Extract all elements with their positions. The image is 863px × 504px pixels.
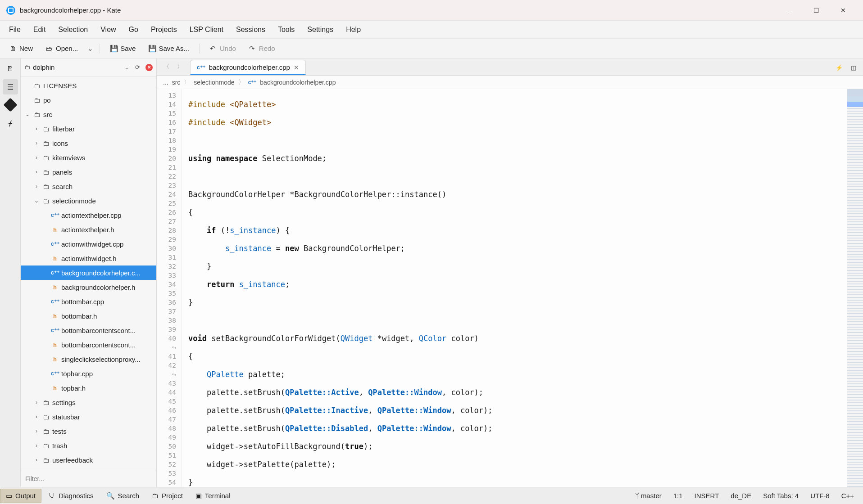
line-number-gutter[interactable]: 1314151617181920212223242526272829303132… (157, 89, 182, 487)
menu-settings[interactable]: Settings (302, 23, 339, 36)
tree-file[interactable]: c⁺⁺bottombarcontentscont... (21, 323, 156, 338)
indent-mode[interactable]: Soft Tabs: 4 (760, 490, 801, 501)
tree-file[interactable]: hactiontexthelper.h (21, 222, 156, 237)
twisty-icon[interactable]: › (33, 126, 40, 132)
tree-folder[interactable]: ›🗀filterbar (21, 122, 156, 136)
tree-file[interactable]: c⁺⁺backgroundcolorhelper.c... (21, 266, 156, 280)
tree-item-label: search (52, 183, 73, 190)
open-button[interactable]: 🗁 Open... (41, 42, 82, 54)
tree-folder[interactable]: 🗀LICENSES (21, 78, 156, 93)
open-recent-dropdown[interactable]: ⌄ (86, 45, 94, 53)
menu-view[interactable]: View (95, 23, 121, 36)
tree-folder[interactable]: ›🗀userfeedback (21, 453, 156, 467)
menu-projects[interactable]: Projects (145, 23, 182, 36)
terminal-panel-button[interactable]: ▣ Terminal (190, 489, 236, 503)
undo-button[interactable]: ↶ Undo (205, 42, 241, 55)
menu-tools[interactable]: Tools (273, 23, 300, 36)
tree-folder[interactable]: ›🗀tests (21, 424, 156, 438)
project-panel-button[interactable]: 🗀 Project (146, 489, 188, 502)
menu-selection[interactable]: Selection (53, 23, 93, 36)
menu-go[interactable]: Go (123, 23, 144, 36)
tree-file[interactable]: c⁺⁺actiontexthelper.cpp (21, 208, 156, 222)
close-button[interactable]: ✕ (830, 0, 857, 21)
minimap[interactable] (847, 89, 863, 487)
rail-documents[interactable]: 🗎 (3, 61, 18, 76)
minimize-button[interactable]: — (776, 0, 803, 21)
tree-folder[interactable]: 🗀po (21, 93, 156, 107)
save-button[interactable]: 💾 Save (105, 42, 140, 55)
nav-forward-button[interactable]: 〉 (173, 60, 186, 73)
git-branch[interactable]: ᛘ master (632, 490, 664, 501)
twisty-icon[interactable]: ⌄ (24, 111, 31, 117)
search-panel-button[interactable]: 🔍 Search (101, 489, 145, 503)
menu-edit[interactable]: Edit (28, 23, 51, 36)
new-button[interactable]: 🗎 New (5, 42, 37, 54)
twisty-icon[interactable]: › (33, 399, 40, 405)
diagnostics-panel-button[interactable]: ⛉ Diagnostics (43, 489, 99, 502)
tab-active[interactable]: c⁺⁺ backgroundcolorhelper.cpp ✕ (190, 60, 306, 75)
tree-folder[interactable]: ›🗀settings (21, 395, 156, 410)
breadcrumb-item[interactable]: selectionmode (194, 79, 234, 86)
tree-folder[interactable]: ›🗀icons (21, 136, 156, 150)
twisty-icon[interactable]: › (33, 169, 40, 175)
cursor-position[interactable]: 1:1 (671, 490, 686, 501)
split-view-icon[interactable]: ◫ (849, 63, 858, 72)
menu-lsp-client[interactable]: LSP Client (184, 23, 229, 36)
folder-icon: 🗀 (33, 82, 41, 90)
tree-file[interactable]: hsingleclickselectionproxy... (21, 352, 156, 366)
filter-input[interactable] (21, 475, 156, 482)
tree-folder[interactable]: ›🗀panels (21, 165, 156, 179)
tree-folder[interactable]: ⌄🗀selectionmode (21, 194, 156, 208)
save-as-button[interactable]: 💾 Save As... (144, 42, 194, 55)
twisty-icon[interactable]: › (33, 442, 40, 449)
tree-item-label: actionwithwidget.cpp (61, 240, 123, 248)
cpp-file-icon: c⁺⁺ (51, 212, 59, 218)
project-tree[interactable]: 🗀LICENSES🗀po⌄🗀src›🗀filterbar›🗀icons›🗀kit… (21, 76, 156, 470)
menu-sessions[interactable]: Sessions (231, 23, 271, 36)
edit-mode[interactable]: INSERT (692, 490, 722, 501)
maximize-button[interactable]: ☐ (803, 0, 830, 21)
menu-help[interactable]: Help (341, 23, 366, 36)
breadcrumb-item[interactable]: src (172, 79, 181, 86)
breadcrumb-item[interactable]: backgroundcolorhelper.cpp (260, 79, 336, 86)
nav-back-button[interactable]: 〈 (159, 60, 173, 73)
chevron-down-icon[interactable]: ⌄ (124, 64, 129, 71)
code-editor[interactable]: #include <QPalette> #include <QWidget> u… (182, 89, 847, 487)
twisty-icon[interactable]: › (33, 414, 40, 420)
tree-file[interactable]: hbottombar.h (21, 309, 156, 323)
tree-file[interactable]: c⁺⁺actionwithwidget.cpp (21, 237, 156, 251)
tree-folder[interactable]: ⌄🗀src (21, 107, 156, 122)
breadcrumb-item[interactable]: ... (163, 79, 168, 86)
project-name[interactable]: dolphin (33, 63, 122, 71)
menu-file[interactable]: File (4, 23, 26, 36)
twisty-icon[interactable]: › (33, 183, 40, 189)
twisty-icon[interactable]: ⌄ (33, 198, 40, 204)
language-mode[interactable]: C++ (839, 490, 857, 501)
close-project-button[interactable]: ✕ (145, 64, 153, 71)
quick-action-icon[interactable]: ⚡ (834, 63, 844, 72)
tree-folder[interactable]: ›🗀statusbar (21, 410, 156, 424)
tree-file[interactable]: hbottombarcontentscont... (21, 338, 156, 352)
refresh-button[interactable]: ⟳ (132, 62, 143, 73)
tree-file[interactable]: c⁺⁺bottombar.cpp (21, 294, 156, 309)
tree-file[interactable]: c⁺⁺topbar.cpp (21, 366, 156, 381)
twisty-icon[interactable]: › (33, 154, 40, 161)
tree-folder[interactable]: ›🗀search (21, 179, 156, 194)
output-panel-button[interactable]: ▭ Output (0, 489, 41, 503)
tree-folder[interactable]: ›🗀kitemviews (21, 150, 156, 165)
breadcrumb[interactable]: ... src 〉 selectionmode 〉 c⁺⁺ background… (157, 76, 863, 89)
tree-folder[interactable]: ›🗀trash (21, 438, 156, 453)
rail-symbols[interactable]: ᚋ (3, 115, 18, 130)
tree-file[interactable]: hbackgroundcolorhelper.h (21, 280, 156, 294)
twisty-icon[interactable]: › (33, 457, 40, 463)
tree-file[interactable]: htopbar.h (21, 381, 156, 395)
close-tab-button[interactable]: ✕ (294, 64, 299, 71)
rail-git[interactable] (3, 97, 18, 112)
twisty-icon[interactable]: › (33, 428, 40, 434)
redo-button[interactable]: ↷ Redo (244, 42, 280, 55)
twisty-icon[interactable]: › (33, 140, 40, 146)
encoding[interactable]: UTF-8 (808, 490, 832, 501)
locale[interactable]: de_DE (728, 490, 754, 501)
tree-file[interactable]: hactionwithwidget.h (21, 251, 156, 266)
rail-projects[interactable]: ☰ (3, 79, 18, 94)
